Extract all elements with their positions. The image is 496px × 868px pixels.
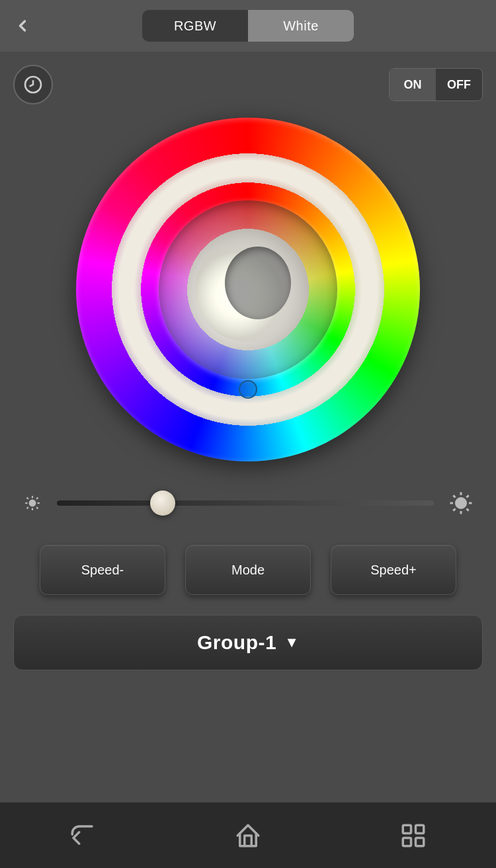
back-button[interactable] xyxy=(8,11,37,40)
svg-point-1 xyxy=(30,500,36,506)
svg-line-4 xyxy=(27,498,28,499)
color-picker-dot[interactable] xyxy=(239,380,257,399)
top-bar: RGBW White xyxy=(0,0,496,52)
moon-glow xyxy=(195,237,301,342)
brightness-low-icon xyxy=(20,491,45,516)
svg-line-14 xyxy=(466,508,468,510)
svg-line-17 xyxy=(453,508,455,510)
svg-rect-21 xyxy=(403,838,411,846)
brightness-thumb[interactable] xyxy=(150,491,175,516)
tab-white[interactable]: White xyxy=(248,10,354,42)
brightness-row xyxy=(0,475,496,532)
svg-line-8 xyxy=(27,507,28,508)
nav-back-button[interactable] xyxy=(56,816,109,855)
main-content: ON OFF xyxy=(0,52,496,802)
svg-point-10 xyxy=(456,498,466,508)
tab-group: RGBW White xyxy=(37,10,459,42)
svg-rect-20 xyxy=(416,825,424,833)
tab-rgbw[interactable]: RGBW xyxy=(142,10,248,42)
svg-line-5 xyxy=(36,507,38,508)
speed-minus-button[interactable]: Speed- xyxy=(40,545,165,595)
nav-home-button[interactable] xyxy=(222,816,274,855)
svg-line-18 xyxy=(466,495,468,497)
top-controls: ON OFF xyxy=(0,65,496,104)
buttons-row: Speed- Mode Speed+ xyxy=(0,532,496,608)
group-arrow-icon: ▼ xyxy=(284,634,299,651)
svg-line-9 xyxy=(36,498,38,499)
color-wheel-container[interactable] xyxy=(76,118,420,461)
color-wheel-inner xyxy=(159,200,337,379)
svg-rect-22 xyxy=(416,838,424,846)
group-label: Group-1 xyxy=(197,631,276,654)
svg-line-13 xyxy=(453,495,455,497)
brightness-high-icon xyxy=(446,488,476,518)
bottom-nav xyxy=(0,802,496,868)
mode-button[interactable]: Mode xyxy=(185,545,311,595)
on-button[interactable]: ON xyxy=(390,69,436,100)
on-off-group: ON OFF xyxy=(389,68,483,101)
color-wheel[interactable] xyxy=(76,118,420,461)
group-selector[interactable]: Group-1 ▼ xyxy=(13,615,483,670)
brightness-slider[interactable] xyxy=(57,500,434,506)
svg-rect-19 xyxy=(403,825,411,833)
nav-recent-button[interactable] xyxy=(387,816,440,855)
speed-plus-button[interactable]: Speed+ xyxy=(331,545,456,595)
timer-button[interactable] xyxy=(13,65,53,104)
off-button[interactable]: OFF xyxy=(436,69,482,100)
